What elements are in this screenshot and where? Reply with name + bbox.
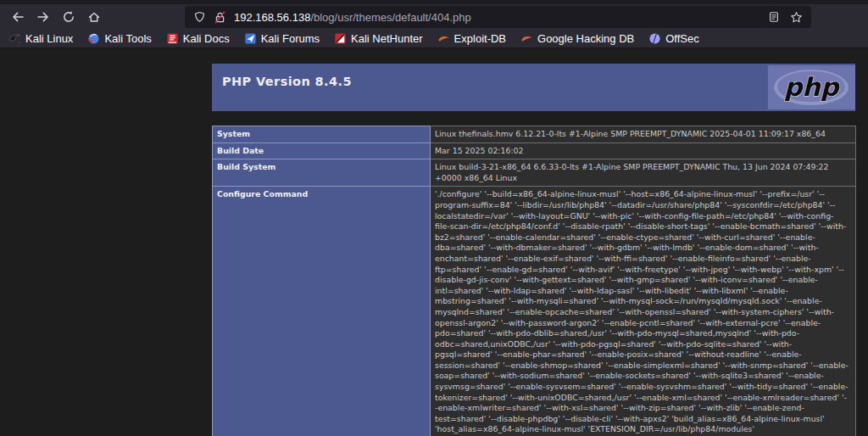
row-value: './configure' '--build=x86_64-alpine-lin… [431, 187, 856, 436]
home-button[interactable] [86, 10, 101, 25]
url-bar[interactable]: 192.168.56.138/blog/usr/themes/default/4… [185, 6, 811, 28]
row-label: Configure Command [213, 187, 431, 436]
exploit-db-icon [437, 32, 450, 45]
google-hacking-db-icon [520, 32, 533, 45]
table-row: Build Date Mar 15 2025 02:16:02 [213, 143, 856, 159]
bookmark-exploit-db[interactable]: Exploit-DB [437, 32, 506, 45]
bookmark-label: Google Hacking DB [537, 32, 634, 45]
url-text[interactable]: 192.168.56.138/blog/usr/themes/default/4… [234, 11, 471, 24]
page-title: PHP Version 8.4.5 [212, 64, 855, 88]
kali-forums-icon [244, 32, 257, 45]
bookmarks-toolbar: Kali Linux Kali Tools Kali Docs Kali For… [0, 30, 868, 48]
row-value: Linux thefinals.hmv 6.12.21-0-lts #1-Alp… [431, 126, 856, 143]
phpinfo-header: PHP Version 8.4.5 php [212, 64, 855, 111]
back-icon [11, 10, 25, 24]
bookmark-label: Kali NetHunter [351, 32, 423, 45]
bookmark-label: Exploit-DB [454, 32, 506, 45]
row-value: Mar 15 2025 02:16:02 [431, 143, 856, 159]
bookmark-kali-forums[interactable]: Kali Forums [244, 32, 320, 45]
phpinfo-table: System Linux thefinals.hmv 6.12.21-0-lts… [212, 126, 856, 436]
bookmark-kali-docs[interactable]: Kali Docs [166, 32, 230, 45]
bookmark-label: OffSec [665, 32, 699, 45]
browser-chrome: 192.168.56.138/blog/usr/themes/default/4… [0, 0, 868, 48]
back-button[interactable] [10, 10, 25, 25]
kali-tools-icon [87, 32, 100, 45]
svg-text:php: php [784, 72, 841, 102]
row-label: System [213, 126, 431, 143]
phpinfo-content: PHP Version 8.4.5 php System Linux thefi… [212, 64, 855, 436]
home-icon [87, 10, 101, 24]
bookmark-kali-tools[interactable]: Kali Tools [87, 32, 151, 45]
bookmark-label: Kali Forums [261, 32, 320, 45]
url-domain: 192.168.56.138 [234, 11, 310, 24]
row-label: Build System [213, 159, 431, 187]
row-value: Linux build-3-21-x86_64 6.6.33-0-lts #1-… [431, 159, 856, 187]
reader-mode-icon[interactable] [768, 11, 780, 23]
bookmark-star-icon[interactable] [790, 11, 803, 24]
table-row: Configure Command './configure' '--build… [213, 187, 856, 436]
forward-icon [36, 10, 50, 24]
kali-docs-icon [166, 32, 179, 45]
reload-icon [62, 10, 75, 24]
table-row: Build System Linux build-3-21-x86_64 6.6… [213, 159, 856, 187]
reload-button[interactable] [61, 10, 75, 25]
bookmark-label: Kali Tools [104, 32, 151, 45]
insecure-lock-icon[interactable] [214, 11, 226, 24]
bookmark-kali-linux[interactable]: Kali Linux [8, 32, 73, 45]
table-row: System Linux thefinals.hmv 6.12.21-0-lts… [213, 126, 856, 143]
bookmark-google-hacking-db[interactable]: Google Hacking DB [520, 32, 634, 45]
offsec-icon [648, 32, 661, 45]
kali-nethunter-icon [334, 32, 347, 45]
php-logo: php [768, 65, 855, 109]
row-label: Build Date [213, 143, 431, 159]
bookmark-kali-nethunter[interactable]: Kali NetHunter [334, 32, 423, 45]
bookmark-label: Kali Docs [183, 32, 230, 45]
phpinfo-page: PHP Version 8.4.5 php System Linux thefi… [0, 49, 868, 436]
tracking-shield-icon[interactable] [193, 11, 206, 24]
bookmark-label: Kali Linux [25, 32, 73, 45]
bookmark-offsec[interactable]: OffSec [648, 32, 699, 45]
kali-dragon-icon [8, 32, 21, 45]
url-path: /blog/usr/themes/default/404.php [310, 11, 470, 24]
forward-button[interactable] [36, 10, 50, 25]
navigation-toolbar: 192.168.56.138/blog/usr/themes/default/4… [0, 4, 868, 30]
